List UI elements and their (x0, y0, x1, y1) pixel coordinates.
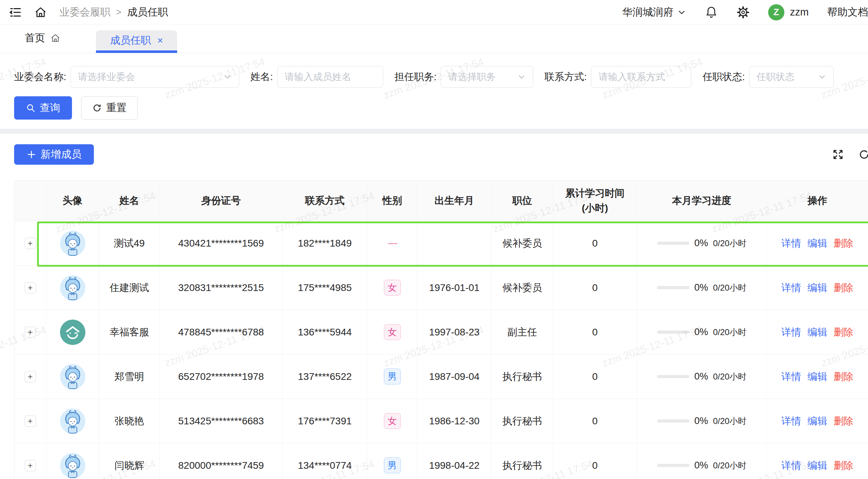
add-member-label: 新增成员 (41, 147, 82, 162)
tab-label: 成员任职 (110, 34, 151, 48)
fullscreen-icon[interactable] (832, 148, 844, 160)
edit-link[interactable]: 编辑 (808, 281, 827, 295)
progress-percent: 0% (694, 371, 708, 382)
member-id-number: 430421********1569 (160, 221, 283, 265)
home-icon[interactable] (34, 6, 47, 19)
contact-filter-label: 联系方式: (544, 70, 587, 84)
search-button[interactable]: 查询 (14, 96, 72, 120)
expand-row-button[interactable]: + (25, 327, 36, 338)
member-birth: 1987-09-04 (417, 354, 492, 399)
expand-row-button[interactable]: + (25, 460, 36, 471)
add-member-button[interactable]: 新增成员 (14, 144, 94, 165)
header-action: 操作 (767, 181, 868, 221)
header-monthly-progress: 本月学习进度 (637, 181, 767, 221)
committee-select[interactable]: 请选择业委会 (71, 66, 239, 88)
member-birth: 1998-04-22 (417, 443, 492, 479)
detail-link[interactable]: 详情 (782, 370, 801, 383)
edit-link[interactable]: 编辑 (808, 370, 827, 383)
reload-table-icon[interactable] (858, 148, 868, 160)
table-header-row: 头像 姓名 身份证号 联系方式 性别 出生年月 职位 累计学习时间(小时) 本月… (14, 181, 868, 221)
member-birth: 1976-01-01 (417, 266, 492, 310)
delete-link[interactable]: 删除 (834, 237, 854, 250)
gender-badge: 男 (384, 457, 401, 473)
tab-home[interactable]: 首页 (25, 31, 71, 53)
progress-bar (657, 331, 689, 334)
breadcrumb-separator: > (116, 7, 121, 18)
progress-detail: 0/20小时 (713, 460, 747, 471)
delete-link[interactable]: 删除 (834, 370, 854, 383)
home-icon (50, 33, 61, 43)
delete-link[interactable]: 删除 (834, 459, 854, 472)
member-id-number: 820000********7459 (160, 443, 283, 479)
delete-link[interactable]: 删除 (834, 414, 854, 428)
gender-badge: 女 (384, 324, 401, 340)
header-gender: 性别 (367, 181, 417, 221)
progress-bar (657, 419, 689, 423)
project-selector-label: 华润城润府 (622, 5, 674, 19)
progress-bar (657, 375, 689, 378)
member-position: 执行秘书 (492, 399, 553, 443)
member-name: 闫晓辉 (99, 443, 160, 479)
member-position: 副主任 (492, 310, 553, 354)
member-name: 住建测试 (99, 266, 160, 310)
member-avatar (60, 319, 86, 345)
tab-close-icon[interactable]: × (157, 36, 163, 46)
member-avatar (60, 230, 86, 256)
delete-link[interactable]: 删除 (834, 326, 854, 339)
expand-row-button[interactable]: + (25, 416, 36, 427)
detail-link[interactable]: 详情 (782, 237, 801, 250)
member-id-number: 478845********6788 (160, 310, 283, 354)
breadcrumb: 业委会履职 > 成员任职 (59, 5, 168, 19)
name-input[interactable] (277, 66, 383, 88)
edit-link[interactable]: 编辑 (808, 459, 827, 472)
reset-button[interactable]: 重置 (81, 96, 138, 120)
edit-link[interactable]: 编辑 (808, 414, 827, 428)
settings-gear-icon[interactable] (736, 6, 750, 19)
detail-link[interactable]: 详情 (782, 459, 801, 472)
username: zzm (790, 6, 809, 18)
progress-percent: 0% (694, 282, 708, 293)
member-position: 执行秘书 (492, 354, 553, 399)
progress-detail: 0/20小时 (713, 282, 747, 293)
refresh-icon (92, 103, 102, 113)
detail-link[interactable]: 详情 (782, 326, 801, 339)
name-filter-label: 姓名: (251, 70, 273, 84)
edit-link[interactable]: 编辑 (808, 237, 827, 250)
tab-member-appointment[interactable]: 成员任职 × (96, 30, 177, 53)
table-row: + 郑雪明 652702********1978 137****6522 男 1… (14, 354, 868, 399)
user-menu[interactable]: Z zzm (768, 4, 809, 20)
chevron-down-icon (677, 8, 686, 17)
section-divider (0, 129, 868, 134)
member-study-hours: 0 (553, 354, 637, 399)
progress-detail: 0/20小时 (713, 327, 747, 338)
status-select[interactable]: 任职状态 (749, 66, 834, 88)
member-id-number: 513425********6683 (160, 399, 283, 443)
member-study-hours: 0 (553, 399, 637, 443)
collapse-sidebar-icon[interactable] (9, 6, 22, 19)
member-contact: 137****6522 (283, 354, 367, 399)
member-avatar (60, 364, 86, 390)
expand-row-button[interactable]: + (25, 371, 36, 382)
contact-input[interactable] (591, 66, 691, 88)
expand-row-button[interactable]: + (25, 282, 36, 293)
delete-link[interactable]: 删除 (834, 281, 854, 295)
table-row: + 张晓艳 513425********6683 176****7391 女 1… (14, 399, 868, 443)
member-birth (417, 221, 492, 265)
expand-row-button[interactable]: + (25, 238, 36, 249)
detail-link[interactable]: 详情 (782, 414, 801, 428)
filter-panel: 业委会名称: 请选择业委会 姓名: 担任职务: 请选择职务 联系方式: 任职状态… (0, 53, 868, 129)
detail-link[interactable]: 详情 (782, 281, 801, 295)
breadcrumb-parent[interactable]: 业委会履职 (59, 5, 110, 19)
member-avatar (60, 453, 86, 479)
help-docs-link[interactable]: 帮助文档 (827, 5, 868, 19)
position-filter-label: 担任职务: (394, 70, 437, 84)
chevron-down-icon (517, 73, 526, 81)
tab-bar: 首页 成员任职 × (0, 25, 868, 53)
position-select[interactable]: 请选择职务 (441, 66, 533, 88)
gender-badge: 女 (384, 280, 401, 296)
member-contact: 182****1849 (283, 221, 367, 265)
member-position: 执行秘书 (492, 443, 553, 479)
edit-link[interactable]: 编辑 (808, 326, 827, 339)
notification-bell-icon[interactable] (705, 6, 718, 19)
project-selector[interactable]: 华润城润府 (622, 5, 686, 19)
